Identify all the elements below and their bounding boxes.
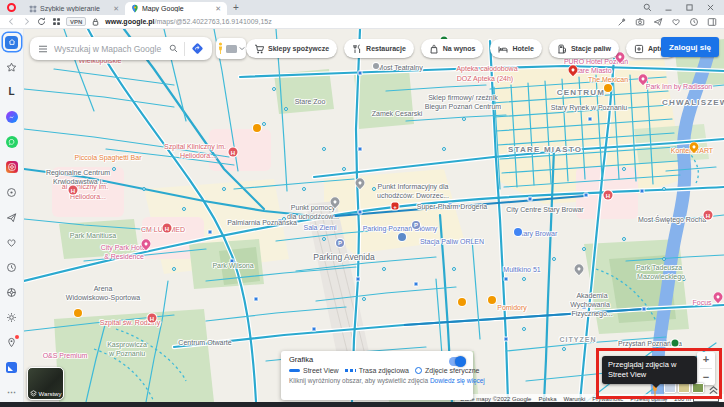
transit-stop-icon[interactable] [584, 193, 589, 198]
bookmark-heart-icon[interactable] [671, 17, 681, 27]
photo-sphere-icon[interactable] [562, 347, 566, 351]
map-marker-hospital[interactable]: H [163, 224, 172, 233]
photo-sphere-icon[interactable] [262, 122, 266, 126]
vpn-badge[interactable]: VPN [66, 17, 86, 26]
tab-close-icon[interactable]: ✕ [215, 5, 221, 13]
map-marker-hospital[interactable]: H [704, 211, 713, 220]
maps-search-box[interactable]: Wyszukaj w Mapach Google [30, 37, 212, 60]
camera-icon[interactable] [635, 17, 645, 27]
transit-stop-icon[interactable] [254, 297, 259, 302]
photo-sphere-icon[interactable] [284, 107, 288, 111]
photo-sphere-icon[interactable] [272, 87, 276, 91]
back-button[interactable] [7, 17, 16, 26]
transit-stop-icon[interactable] [642, 307, 647, 312]
photo-sphere-icon[interactable] [662, 257, 666, 261]
terrain-thumbnail[interactable] [678, 383, 690, 393]
photo-sphere-icon[interactable] [452, 267, 456, 271]
photo-sphere-icon[interactable] [172, 267, 176, 271]
map-marker-hospital[interactable]: H [69, 186, 78, 195]
chip-restauracje[interactable]: Restauracje [344, 39, 414, 58]
map-marker-redsquare[interactable]: + [392, 203, 399, 210]
map-marker-green[interactable] [672, 340, 679, 347]
transit-stop-icon[interactable] [414, 282, 419, 287]
attribution-link[interactable]: Polska [538, 396, 556, 402]
pegman-icon[interactable] [217, 42, 224, 55]
chip-na-wynos[interactable]: Na wynos [421, 39, 484, 58]
map-viewport[interactable]: WielkopolskieMost TeatralnyApteka całodo… [24, 29, 724, 402]
sidebar-item-instagram[interactable] [3, 158, 21, 176]
map-marker-food[interactable] [604, 84, 612, 92]
photo-sphere-icon[interactable] [442, 147, 446, 151]
sidebar-item-whatsapp[interactable] [3, 133, 21, 151]
learn-more-link[interactable]: Dowiedz się więcej [430, 377, 485, 384]
transit-stop-icon[interactable] [358, 147, 363, 152]
new-tab-button[interactable]: + [233, 2, 239, 13]
streetview-layer-toggle[interactable] [449, 357, 466, 366]
snapshot-icon[interactable] [617, 17, 627, 27]
sidebar-item-history[interactable] [3, 258, 21, 276]
chevron-down-icon[interactable] [239, 46, 245, 51]
reload-button[interactable] [37, 17, 46, 26]
photo-sphere-icon[interactable] [522, 327, 526, 331]
sidebar-item-favorites-heart[interactable] [3, 233, 21, 251]
photo-sphere-icon[interactable] [222, 187, 226, 191]
photo-sphere-icon[interactable] [382, 267, 386, 271]
sidebar-panels-icon[interactable] [707, 17, 717, 27]
attribution-link[interactable]: Prywatność [592, 396, 623, 402]
photo-sphere-icon[interactable] [582, 247, 586, 251]
sidebar-item-settings[interactable] [3, 308, 21, 326]
map-marker-parkingP[interactable]: P [336, 239, 344, 247]
layers-control[interactable]: Warstwy [27, 367, 64, 400]
map-marker-hospital[interactable]: H [229, 148, 238, 157]
tab-close-icon[interactable]: ✕ [113, 5, 119, 13]
menu-icon[interactable] [38, 45, 48, 53]
photo-sphere-icon[interactable] [322, 147, 326, 151]
collapse-controls-button[interactable] [708, 382, 719, 400]
forward-button[interactable] [22, 17, 31, 26]
sidebar-item-speed-dial[interactable] [3, 33, 21, 51]
transit-stop-icon[interactable] [358, 210, 363, 215]
sidebar-item-focus-target[interactable] [3, 183, 21, 201]
photo-sphere-icon[interactable] [662, 187, 666, 191]
sidebar-item-my-flow[interactable] [3, 208, 21, 226]
map-marker-graydot[interactable] [373, 63, 379, 69]
sidebar-item-pinned-app[interactable] [3, 358, 21, 376]
photo-sphere-icon[interactable] [182, 207, 186, 211]
pegman-control[interactable] [216, 38, 246, 59]
map-marker-food[interactable] [74, 309, 82, 317]
close-button[interactable] [706, 3, 715, 12]
photo-sphere-icon[interactable] [302, 187, 306, 191]
photo-sphere-icon[interactable] [362, 297, 366, 301]
map-marker-food[interactable] [458, 298, 466, 306]
search-icon[interactable] [169, 44, 178, 53]
sidebar-item-workspace[interactable]: L [3, 83, 21, 101]
photo-sphere-icon[interactable] [342, 167, 346, 171]
photo-sphere-icon[interactable] [372, 187, 376, 191]
attribution-link[interactable]: Warunki [563, 396, 585, 402]
photo-sphere-icon[interactable] [522, 277, 526, 281]
transit-stop-icon[interactable] [528, 197, 533, 202]
attribution-link[interactable]: Prześlij opinię [630, 396, 667, 402]
map-marker-parkingP[interactable]: P [412, 221, 420, 229]
lock-icon[interactable] [91, 17, 100, 27]
directions-icon[interactable] [191, 42, 204, 55]
easy-setup-icon[interactable] [689, 17, 699, 27]
map-marker-shop[interactable] [514, 228, 522, 236]
map-marker-food[interactable] [253, 124, 261, 132]
photo-sphere-icon[interactable] [622, 237, 626, 241]
chip-stacje-paliw[interactable]: Stacje paliw [549, 39, 619, 58]
transit-stop-icon[interactable] [504, 277, 509, 282]
photo-sphere-icon[interactable] [462, 117, 466, 121]
zoom-in-button[interactable]: + [703, 354, 709, 365]
transit-stop-icon[interactable] [312, 327, 317, 332]
sidebar-item-player[interactable] [3, 283, 21, 301]
photo-sphere-icon[interactable] [112, 167, 116, 171]
satellite-thumbnail[interactable] [692, 383, 704, 393]
map-marker-hospital[interactable]: H [148, 314, 157, 323]
chip-sklepy-spo-ywcze[interactable]: Sklepy spożywcze [246, 39, 337, 58]
map-marker-hospital[interactable]: H [604, 191, 613, 200]
transit-stop-icon[interactable] [358, 71, 363, 76]
maximize-button[interactable] [685, 3, 694, 12]
flow-send-icon[interactable] [653, 17, 663, 27]
login-button[interactable]: Zaloguj się [661, 37, 719, 57]
